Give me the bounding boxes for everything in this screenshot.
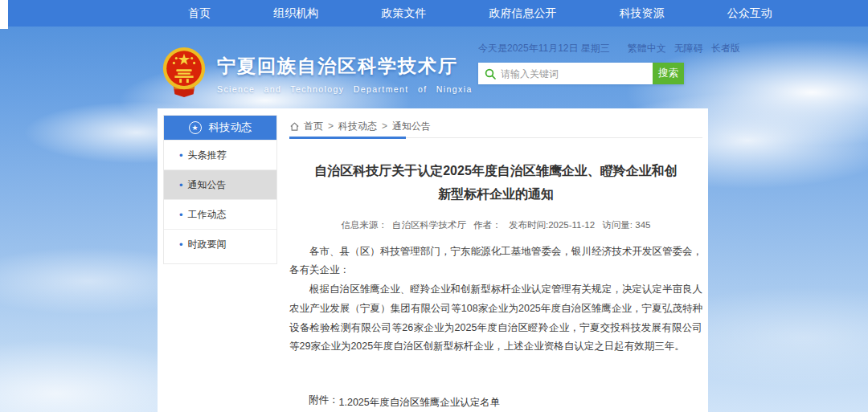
- breadcrumb-separator: >: [328, 120, 334, 132]
- breadcrumb-underline: [289, 137, 406, 139]
- nav-item-policy-documents[interactable]: 政策文件: [381, 6, 426, 21]
- content-panel: ★ 科技动态 头条推荐 通知公告 工作动态 时政要闻 首页 > 科技动态 > 通…: [158, 108, 708, 412]
- sidebar-item-label: 时政要闻: [188, 238, 227, 251]
- sidebar: ★ 科技动态 头条推荐 通知公告 工作动态 时政要闻: [163, 115, 277, 264]
- nav-item-sci-tech-resources[interactable]: 科技资源: [620, 6, 665, 21]
- attachments-section: 附件： 1.2025年度自治区雏鹰企业认定名单 2.2025年度自治区瞪羚企业认…: [309, 394, 702, 412]
- nav-item-home[interactable]: 首页: [188, 6, 211, 21]
- breadcrumb-notices[interactable]: 通知公告: [392, 120, 431, 133]
- nav-item-organization[interactable]: 组织机构: [273, 6, 318, 21]
- sidebar-item-label: 通知公告: [188, 178, 227, 192]
- sidebar-title: 科技动态: [209, 120, 252, 135]
- sidebar-item-work-updates[interactable]: 工作动态: [164, 199, 276, 229]
- sidebar-item-current-politics[interactable]: 时政要闻: [164, 229, 276, 259]
- site-title-block: 宁夏回族自治区科学技术厅 Science and Technology Depa…: [217, 54, 473, 94]
- top-navigation: 首页 组织机构 政策文件 政府信息公开 科技资源 公众互动: [8, 0, 868, 27]
- site-subtitle-english: Science and Technology Department of Nin…: [217, 84, 473, 94]
- search-icon: [485, 68, 496, 80]
- sidebar-header: ★ 科技动态: [164, 116, 276, 140]
- search-input[interactable]: [501, 68, 646, 80]
- elderly-version-link[interactable]: 长者版: [711, 42, 740, 55]
- sidebar-item-headline-recommend[interactable]: 头条推荐: [164, 140, 276, 169]
- attachments-label: 附件：: [309, 394, 339, 412]
- breadcrumb: 首页 > 科技动态 > 通知公告: [289, 115, 702, 138]
- site-title: 宁夏回族自治区科学技术厅: [217, 54, 473, 79]
- today-date: 今天是2025年11月12日 星期三: [478, 42, 610, 55]
- meta-source-label: 信息来源：: [342, 220, 388, 230]
- article-paragraph: 各市、县（区）科技管理部门，宁东能源化工基地管委会，银川经济技术开发区管委会，各…: [289, 243, 702, 281]
- breadcrumb-separator: >: [382, 120, 387, 132]
- traditional-chinese-link[interactable]: 繁體中文: [628, 42, 666, 55]
- breadcrumb-tech-news[interactable]: 科技动态: [338, 120, 377, 133]
- national-emblem-logo: [159, 46, 209, 99]
- breadcrumb-home[interactable]: 首页: [304, 120, 323, 133]
- meta-publish-date: 发布时间:2025-11-12: [509, 220, 595, 230]
- nav-item-gov-info-disclosure[interactable]: 政府信息公开: [489, 6, 557, 21]
- header-utilities: 今天是2025年11月12日 星期三 繁體中文 无障碍 长者版 搜索: [478, 42, 703, 84]
- meta-views: 访问量: 345: [602, 220, 650, 230]
- sidebar-item-notices[interactable]: 通知公告: [164, 169, 276, 199]
- main-content: 首页 > 科技动态 > 通知公告 自治区科技厅关于认定2025年度自治区雏鹰企业…: [289, 115, 702, 412]
- sidebar-item-label: 工作动态: [188, 208, 227, 222]
- article-title: 自治区科技厅关于认定2025年度自治区雏鹰企业、瞪羚企业和创新型标杆企业的通知: [314, 160, 678, 206]
- article-meta: 信息来源：自治区科学技术厅 作者： 发布时间:2025-11-12 访问量: 3…: [289, 219, 702, 231]
- attachment-link-eagle-list[interactable]: 1.2025年度自治区雏鹰企业认定名单: [339, 394, 530, 412]
- meta-source: 自治区科学技术厅: [392, 220, 466, 230]
- meta-author-label: 作者：: [473, 220, 502, 230]
- home-icon: [289, 121, 300, 132]
- search-button[interactable]: 搜索: [653, 63, 684, 84]
- article-paragraph: 根据自治区雏鹰企业、瞪羚企业和创新型标杆企业认定管理有关规定，决定认定半亩良人农…: [289, 280, 702, 357]
- nav-item-public-interaction[interactable]: 公众互动: [727, 6, 772, 21]
- accessibility-link[interactable]: 无障碍: [674, 42, 703, 55]
- search-box: [478, 63, 653, 84]
- page-edge: [0, 0, 8, 29]
- sidebar-item-label: 头条推荐: [188, 149, 227, 162]
- article-body: 各市、县（区）科技管理部门，宁东能源化工基地管委会，银川经济技术开发区管委会，各…: [289, 243, 702, 357]
- star-circle-icon: ★: [189, 121, 202, 134]
